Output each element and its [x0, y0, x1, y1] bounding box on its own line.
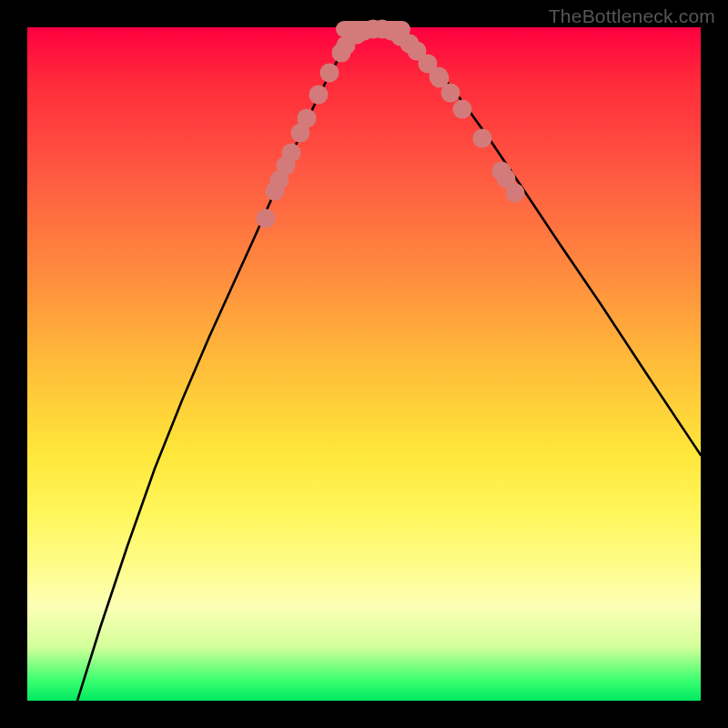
- left-curve: [77, 29, 373, 701]
- chart-frame: TheBottleneck.com: [0, 0, 728, 728]
- data-marker: [320, 64, 339, 83]
- data-marker: [441, 84, 460, 103]
- data-marker: [453, 100, 472, 119]
- data-marker: [309, 86, 329, 105]
- right-curve: [373, 29, 701, 455]
- plot-area: [27, 27, 701, 701]
- data-marker: [506, 184, 525, 203]
- data-marker: [257, 209, 276, 228]
- watermark-label: TheBottleneck.com: [549, 5, 715, 27]
- data-marker: [298, 109, 317, 128]
- data-marker: [282, 144, 301, 163]
- data-marker: [473, 129, 492, 148]
- chart-svg: [27, 27, 701, 701]
- data-markers: [257, 20, 525, 228]
